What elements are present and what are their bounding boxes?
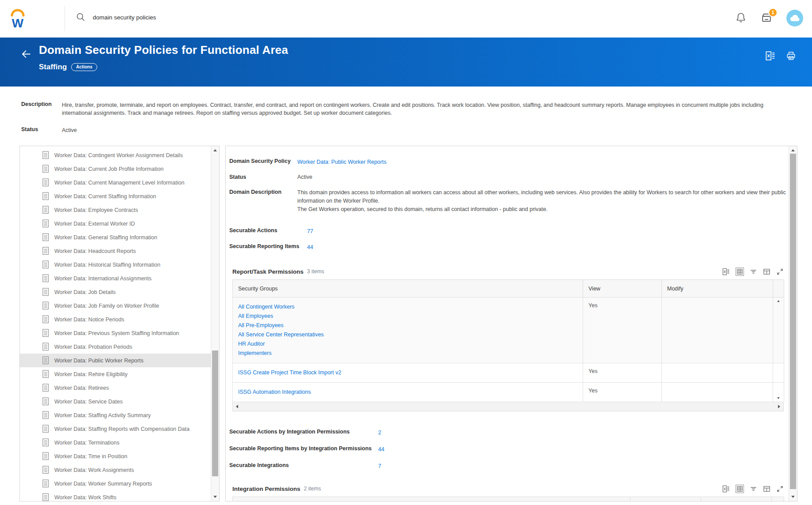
table-vertical-scrollbar[interactable]	[773, 298, 783, 402]
status-field: Status Active	[229, 173, 789, 181]
scroll-down-arrow[interactable]	[789, 494, 797, 500]
security-group-link[interactable]: ISSG Create Project Time Block Import v2	[238, 368, 577, 377]
domain-list-item[interactable]: Worker Data: Rehire Eligibility	[20, 367, 211, 381]
integration-field-link[interactable]: 2	[378, 430, 381, 436]
detail-panel: Domain Security Policy Worker Data: Publ…	[225, 146, 797, 501]
domain-list-panel: Worker Data: Contingent Worker Assignmen…	[19, 146, 220, 501]
domain-list-item[interactable]: Worker Data: Public Worker Reports	[20, 354, 211, 367]
domain-list-item[interactable]: Worker Data: Employee Contracts	[20, 203, 211, 217]
security-group-link[interactable]: All Employees	[238, 312, 577, 321]
column-put[interactable]: Put	[701, 497, 772, 501]
inbox-badge: 1	[768, 8, 778, 17]
notifications-button[interactable]	[735, 12, 747, 25]
table-horizontal-scrollbar[interactable]	[232, 402, 784, 411]
column-layout-button[interactable]	[763, 268, 770, 275]
scroll-left-arrow[interactable]	[236, 405, 238, 408]
search-input[interactable]	[93, 14, 446, 21]
domain-list-item[interactable]: Worker Data: Previous System Staffing In…	[20, 326, 211, 340]
securable-actions-link[interactable]: 77	[307, 228, 313, 234]
security-group-link[interactable]: Implementers	[238, 349, 577, 358]
domain-list-item[interactable]: Worker Data: Probation Periods	[20, 340, 211, 354]
cloud-icon	[789, 14, 800, 23]
scroll-up-arrow[interactable]	[789, 147, 797, 154]
table-row: All Contingent WorkersAll EmployeesAll P…	[233, 298, 784, 363]
global-search[interactable]	[76, 12, 562, 22]
profile-avatar[interactable]	[786, 10, 803, 26]
document-icon	[42, 274, 49, 283]
print-button[interactable]	[786, 51, 796, 62]
domain-list-item[interactable]: Worker Data: Staffing Activity Summary	[20, 408, 211, 422]
column-modify[interactable]: Modify	[662, 280, 773, 298]
export-to-excel-icon	[722, 485, 730, 493]
domain-list-item[interactable]: Worker Data: Worker Summary Reports	[20, 477, 211, 490]
domain-list-item-label: Worker Data: Work Shifts	[54, 494, 117, 501]
domain-list-item-label: Worker Data: Work Assignments	[54, 467, 134, 473]
export-to-excel-button[interactable]	[722, 268, 730, 275]
column-layout-button[interactable]	[763, 485, 770, 493]
document-icon	[42, 411, 49, 419]
column-get[interactable]: Get	[630, 497, 701, 501]
domain-list-item[interactable]: Worker Data: Work Assignments	[20, 463, 211, 477]
security-groups-cell: ISSG Create Project Time Block Import v2	[233, 363, 583, 383]
filter-button[interactable]	[750, 268, 757, 275]
sidebar-scrollbar[interactable]	[211, 146, 219, 501]
domain-list-item[interactable]: Worker Data: Job Family on Worker Profil…	[20, 299, 211, 313]
document-icon	[42, 178, 49, 187]
column-security-groups[interactable]: Security Groups	[233, 497, 630, 501]
expand-button[interactable]	[776, 268, 784, 275]
grid-view-button[interactable]	[736, 268, 744, 276]
expand-button[interactable]	[776, 485, 784, 493]
domain-list-item[interactable]: Worker Data: Current Job Profile Informa…	[20, 162, 211, 176]
security-group-link[interactable]: HR Auditor	[238, 339, 577, 349]
domain-list-item[interactable]: Worker Data: Terminations	[20, 436, 211, 449]
page-header-actions	[765, 51, 796, 62]
filter-button[interactable]	[750, 485, 757, 493]
domain-list-item[interactable]: Worker Data: Service Dates	[20, 395, 211, 408]
security-group-link[interactable]: All Service Center Representatives	[238, 330, 577, 339]
workday-logo[interactable]: W	[9, 8, 27, 31]
domain-list-item[interactable]: Worker Data: General Staffing Informatio…	[20, 230, 211, 244]
domain-list-item[interactable]: Worker Data: Work Shifts	[20, 490, 211, 501]
actions-button[interactable]: Actions	[71, 63, 97, 71]
domain-list-item[interactable]: Worker Data: International Assignments	[20, 271, 211, 285]
domain-list-item-label: Worker Data: International Assignments	[54, 275, 152, 282]
domain-list-item[interactable]: Worker Data: Current Management Level In…	[20, 176, 211, 189]
domain-list-item[interactable]: Worker Data: Retirees	[20, 381, 211, 395]
export-to-excel-button[interactable]	[765, 51, 775, 62]
scrollbar-thumb[interactable]	[212, 350, 218, 476]
domain-list-item[interactable]: Worker Data: Notice Periods	[20, 313, 211, 326]
scroll-right-arrow[interactable]	[778, 405, 780, 408]
domain-list-item[interactable]: Worker Data: Staffing Reports with Compe…	[20, 422, 211, 436]
grid-view-button[interactable]	[736, 485, 744, 493]
security-group-link[interactable]: All Pre-Employees	[238, 321, 577, 330]
scroll-up-arrow[interactable]	[777, 300, 780, 302]
securable-reporting-link[interactable]: 44	[307, 244, 313, 250]
integration-field-link[interactable]: 7	[378, 463, 381, 469]
domain-list-item[interactable]: Worker Data: External Worker ID	[20, 217, 211, 230]
domain-list-item[interactable]: Worker Data: Historical Staffing Informa…	[20, 258, 211, 271]
column-view[interactable]: View	[583, 280, 662, 298]
search-icon	[76, 12, 86, 22]
scroll-down-arrow[interactable]	[211, 494, 219, 500]
domain-list-item[interactable]: Worker Data: Time in Position	[20, 449, 211, 463]
integration-permissions-table: Security Groups Get Put	[232, 497, 784, 501]
export-to-excel-button[interactable]	[722, 485, 730, 493]
scroll-up-arrow[interactable]	[211, 147, 219, 154]
domain-list-item[interactable]: Worker Data: Contingent Worker Assignmen…	[20, 148, 211, 162]
scroll-down-arrow[interactable]	[777, 397, 780, 399]
domain-list-item[interactable]: Worker Data: Current Staffing Informatio…	[20, 189, 211, 203]
column-security-groups[interactable]: Security Groups	[233, 280, 583, 298]
integration-field-link[interactable]: 44	[378, 446, 384, 452]
inbox-button[interactable]: 1	[760, 11, 773, 25]
domain-list-item[interactable]: Worker Data: Job Details	[20, 285, 211, 299]
report-permissions-table: Security Groups View Modify All Co	[232, 279, 784, 402]
report-permissions-header: Report/Task Permissions 3 items	[232, 267, 784, 276]
detail-panel-scrollbar[interactable]	[789, 146, 797, 501]
security-group-link[interactable]: All Contingent Workers	[238, 302, 577, 312]
back-button[interactable]	[20, 48, 32, 61]
policy-link[interactable]: Worker Data: Public Worker Reports	[297, 159, 387, 165]
domain-list-item[interactable]: Worker Data: Headcount Reports	[20, 244, 211, 258]
security-group-link[interactable]: ISSG Automation Integrations	[238, 388, 577, 397]
scrollbar-thumb[interactable]	[790, 154, 796, 489]
column-layout-icon	[763, 485, 770, 493]
